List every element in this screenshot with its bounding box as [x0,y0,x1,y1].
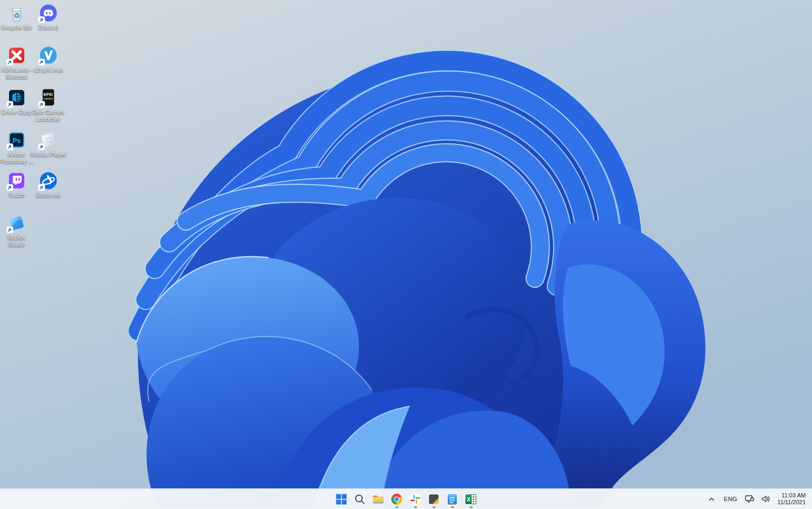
v2rayn-icon [39,46,58,65]
file-explorer-icon [372,493,385,506]
sticky-notes-button[interactable] [425,489,443,509]
icon-label: Roblox Player [30,151,66,158]
network-button[interactable] [742,489,758,509]
twitch-icon [7,171,26,190]
tray-date: 11/11/2021 [778,499,806,506]
running-indicator [395,506,399,508]
icon-label: Driver Easy [2,109,32,116]
file-explorer-button[interactable] [369,489,387,509]
shortcut-arrow-icon [38,59,45,66]
tray-chevron-button[interactable] [704,489,719,509]
language-indicator[interactable]: ENG [719,489,742,509]
svg-text:♻: ♻ [13,12,20,20]
volume-button[interactable] [758,489,773,509]
running-indicator [432,506,436,508]
desktop-icon-roblox-studio[interactable]: RobloxStudio [0,213,33,248]
icon-label: v2rayN.exe [33,67,63,74]
epic-games-icon: EPIC GAMES [39,88,58,107]
slack-button[interactable] [406,489,425,509]
shortcut-arrow-icon [6,143,13,150]
wallpaper-bloom [0,0,812,509]
desktop-icon-photoshop[interactable]: Ps AdobePhotoshop ... [0,130,33,165]
start-button[interactable] [332,489,350,509]
icon-label: Battle.net [36,192,60,199]
ethernet-network-icon [745,495,755,503]
desktop-icon-roblox-player[interactable]: Roblox Player [32,130,64,158]
chrome-button[interactable] [387,489,406,509]
tray-clock[interactable]: 11:03 AM 11/11/2021 [773,492,806,506]
excel-button[interactable]: X [462,489,480,509]
desktop-icon-battle-net[interactable]: Battle.net [32,171,64,199]
desktop-icon-xmind[interactable]: XMind.exe -Shortcut [0,46,33,80]
shortcut-arrow-icon [6,59,13,66]
roblox-studio-icon [7,213,26,233]
notepad-button[interactable] [443,489,462,509]
svg-text:X: X [467,496,470,502]
chevron-up-icon [707,495,716,503]
icon-label: RobloxStudio [7,234,25,248]
xmind-icon [7,46,26,65]
tray-time: 11:03 AM [778,492,806,499]
taskbar: X ENG [0,488,812,509]
desktop-icon-recycle-bin[interactable]: ♻ Recycle Bin [0,3,33,31]
recycle-bin-icon: ♻ [7,3,26,23]
svg-text:EPIC: EPIC [43,92,53,97]
running-indicator [469,506,473,508]
driver-easy-icon [7,88,26,107]
system-tray: ENG 11:03 AM 11/11/2021 [704,489,812,509]
shortcut-arrow-icon [6,101,13,108]
windows-logo-icon [335,493,348,506]
desktop-icon-epic-games[interactable]: EPIC GAMES Epic GamesLauncher [32,88,64,123]
shortcut-arrow-icon [38,101,45,108]
slack-icon [409,493,422,506]
shortcut-arrow-icon [6,226,13,233]
icon-label: Discord [38,24,58,31]
taskbar-center-group: X [332,489,480,509]
speaker-icon [761,495,770,503]
svg-text:Ps: Ps [12,137,21,144]
running-indicator [451,506,454,508]
shortcut-arrow-icon [38,143,45,150]
shortcut-arrow-icon [6,184,13,191]
notepad-icon [446,493,459,506]
icon-label: XMind.exe -Shortcut [1,67,32,80]
excel-icon: X [464,493,477,506]
search-icon [353,493,366,506]
icon-label: Twitch [8,192,24,199]
svg-text:GAMES: GAMES [43,97,53,100]
search-button[interactable] [350,489,369,509]
desktop-icon-discord[interactable]: Discord [32,3,64,31]
photoshop-icon: Ps [7,130,26,150]
chrome-icon [390,493,403,506]
icon-label: Epic GamesLauncher [32,109,64,123]
shortcut-arrow-icon [38,16,45,23]
discord-icon [39,3,58,23]
battle-net-icon [39,171,58,190]
sticky-notes-icon [427,493,440,506]
icon-label: AdobePhotoshop ... [0,151,33,165]
desktop-icon-v2rayn[interactable]: v2rayN.exe [32,46,64,74]
desktop-icon-driver-easy[interactable]: Driver Easy [0,88,33,116]
desktop-icon-twitch[interactable]: Twitch [0,171,33,199]
roblox-player-icon [39,130,58,150]
running-indicator [414,506,417,508]
icon-label: Recycle Bin [1,24,32,31]
shortcut-arrow-icon [38,184,45,191]
